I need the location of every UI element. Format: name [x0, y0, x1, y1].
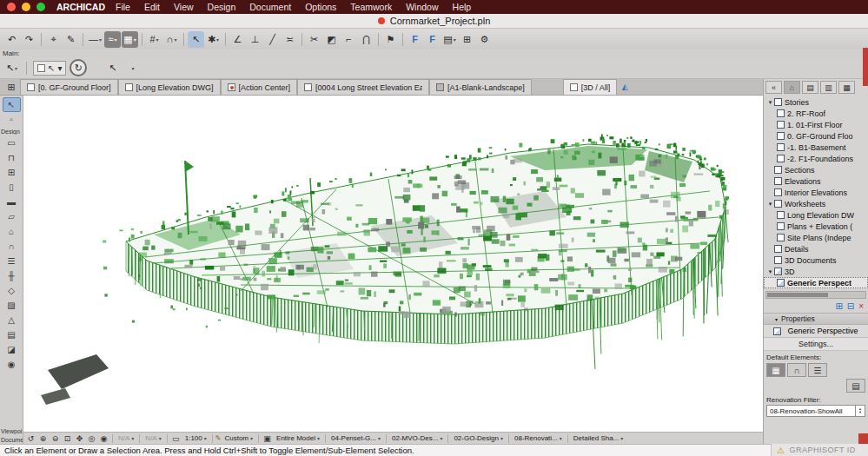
tree-item-plans-elevation[interactable]: Plans + Elevation (: [764, 221, 868, 232]
minimize-window-button[interactable]: [22, 3, 30, 11]
favorites-alt-button[interactable]: F: [424, 31, 441, 48]
tab-long-street-elevation[interactable]: [0004 Long Street Elevation Ea...: [297, 79, 429, 95]
chevron-down-icon[interactable]: ▾: [766, 99, 774, 106]
3d-style-combo[interactable]: Detailed Sha...▾: [571, 434, 626, 442]
close-window-button[interactable]: [7, 3, 16, 11]
corner-resize-red[interactable]: [858, 433, 868, 444]
menu-options[interactable]: Options: [298, 2, 343, 12]
slab-tool[interactable]: ▱: [3, 209, 21, 224]
tree-item-stories[interactable]: ▾Stories: [764, 96, 868, 108]
mesh-tool[interactable]: △: [3, 313, 21, 327]
fit-in-window-button[interactable]: ⊡: [62, 434, 73, 443]
tree-item-3d-documents[interactable]: 3D Documents: [764, 254, 868, 266]
scale-combo[interactable]: 1:100▾: [182, 434, 209, 442]
undo-button[interactable]: ↶: [3, 31, 20, 48]
tab-long-elevation-dwg[interactable]: [Long Elevation DWG]: [118, 79, 221, 95]
clone-folder-button[interactable]: ⊟: [847, 301, 854, 311]
tree-item-long-elevation-dwg[interactable]: Long Elevation DW: [764, 209, 868, 221]
stepper-control[interactable]: ▲ ▼: [855, 406, 865, 416]
tree-item-foundations[interactable]: -2. F1-Foundations: [764, 153, 868, 164]
settings-button[interactable]: Settings...: [764, 338, 868, 351]
tab-action-center[interactable]: [Action Center]: [221, 79, 298, 95]
app-menu[interactable]: ARCHICAD: [56, 2, 105, 12]
shell-tool[interactable]: ∩: [3, 239, 21, 254]
edge-scrollbar-red[interactable]: [863, 48, 868, 86]
scrollbar-thumb[interactable]: [767, 293, 828, 297]
marquee-tool[interactable]: ▫: [3, 112, 21, 127]
line-tool-dropdown[interactable]: —▾: [87, 31, 103, 48]
tree-item-worksheets[interactable]: ▾Worksheets: [764, 198, 868, 209]
trim-button[interactable]: ✂: [306, 31, 322, 48]
tab-layout-a1-blank[interactable]: [A1-Blank-Landscape]: [429, 79, 532, 95]
curtain-wall-tool[interactable]: ▤: [3, 327, 21, 342]
parallel-button[interactable]: ╱: [264, 31, 281, 48]
tree-item-site-plans[interactable]: Site Plans (Indepe: [764, 232, 868, 243]
graphic-override-combo[interactable]: 02-GO-Design▾: [451, 434, 506, 442]
menu-help[interactable]: Help: [446, 2, 479, 12]
schedule-button[interactable]: ⊞: [459, 31, 475, 48]
current-view-row[interactable]: Generic Perspective: [764, 325, 868, 338]
inject-parameters-button[interactable]: ✎: [63, 31, 79, 48]
grid-snap-dropdown[interactable]: #▾: [146, 31, 162, 48]
tree-horizontal-scrollbar[interactable]: [765, 291, 866, 299]
tree-item-interior-elevations[interactable]: Interior Elevations: [764, 187, 868, 198]
delete-viewpoint-button[interactable]: ×: [858, 301, 864, 311]
model-view-options-combo[interactable]: 02-MVO-Des...▾: [389, 434, 445, 442]
gravity-dropdown[interactable]: ∩▾: [163, 31, 180, 48]
tree-item-generic-perspective[interactable]: Generic Perspect: [764, 277, 868, 288]
tree-item-rf-roof[interactable]: 2. RF-Roof: [764, 108, 868, 119]
orbit-mode-button[interactable]: ↻: [70, 59, 87, 76]
properties-header[interactable]: ▾ Properties: [764, 313, 868, 325]
layout-book-button[interactable]: ▥: [820, 81, 837, 94]
project-map-button[interactable]: ⌂: [784, 81, 800, 94]
menu-window[interactable]: Window: [399, 2, 445, 12]
perpendicular-button[interactable]: ⊥: [247, 31, 263, 48]
organize-tabs-button[interactable]: ⊞: [3, 79, 20, 95]
snap-guides-button[interactable]: ↖: [188, 31, 204, 48]
tree-item-ground-floor[interactable]: 0. GF-Ground Floo: [764, 130, 868, 142]
tree-item-basement[interactable]: -1. B1-Basement: [764, 142, 868, 153]
tree-item-first-floor[interactable]: 1. 01-First Floor: [764, 119, 868, 130]
window-tool[interactable]: ⊞: [3, 165, 21, 180]
split-button[interactable]: ◩: [323, 31, 340, 48]
model-filter-combo[interactable]: Entire Model▾: [274, 434, 322, 442]
chevron-down-icon[interactable]: ▾: [766, 268, 774, 275]
offset-button[interactable]: ≍: [282, 31, 298, 48]
renovation-filter-combo[interactable]: 08-Renovati...▾: [512, 434, 565, 442]
angle-constraint-button[interactable]: ∠: [229, 31, 246, 48]
arch-default-button[interactable]: ∩: [787, 363, 806, 377]
navigator-back-button[interactable]: «: [765, 81, 782, 94]
tree-item-sections[interactable]: Sections: [764, 164, 868, 175]
guide-lines-dropdown[interactable]: ✱▾: [205, 31, 222, 48]
railing-tool[interactable]: ╫: [3, 268, 21, 283]
tab-3d-all[interactable]: [3D / All]: [563, 79, 618, 95]
renovation-filter-select[interactable]: 08-Renovation-ShowAll ▲ ▼: [766, 405, 865, 417]
3d-viewport[interactable]: [23, 96, 763, 432]
lamp-tool[interactable]: ◉: [3, 357, 21, 372]
beam-tool[interactable]: ▬: [3, 195, 21, 209]
intersect-button[interactable]: ⋂: [358, 31, 374, 48]
previous-zoom-button[interactable]: ↺: [25, 434, 36, 443]
adjust-button[interactable]: ⌐: [341, 31, 357, 48]
object-tool[interactable]: ◪: [3, 342, 21, 357]
polyline-tool-dropdown[interactable]: ≈▾: [104, 31, 121, 48]
zoom-out-button[interactable]: ⊖: [50, 434, 61, 443]
menu-design[interactable]: Design: [201, 2, 243, 12]
settings-button[interactable]: ⚙: [476, 31, 493, 48]
orbit-button[interactable]: ◎: [86, 434, 97, 443]
pickup-parameters-button[interactable]: ⌖: [45, 31, 62, 48]
wall-default-button[interactable]: ▦: [766, 363, 785, 377]
arrow-options-dropdown[interactable]: ▾: [124, 60, 141, 76]
favorites-button[interactable]: F: [407, 31, 423, 48]
column-tool[interactable]: ▯: [3, 180, 21, 195]
selection-mode-combo[interactable]: ↖ ▾: [33, 61, 66, 76]
pan-button[interactable]: ✥: [74, 434, 85, 443]
stair-default-button[interactable]: ☰: [808, 363, 827, 377]
door-tool[interactable]: ⊓: [3, 150, 21, 165]
zoom-window-button[interactable]: [36, 3, 45, 11]
zone-tool[interactable]: ▨: [3, 298, 21, 313]
wall-tool[interactable]: ▭: [3, 135, 21, 150]
menu-teamwork[interactable]: Teamwork: [343, 2, 399, 12]
view-map-button[interactable]: ▤: [802, 81, 818, 94]
tab-ground-floor[interactable]: [0. GF-Ground Floor]: [20, 79, 118, 95]
